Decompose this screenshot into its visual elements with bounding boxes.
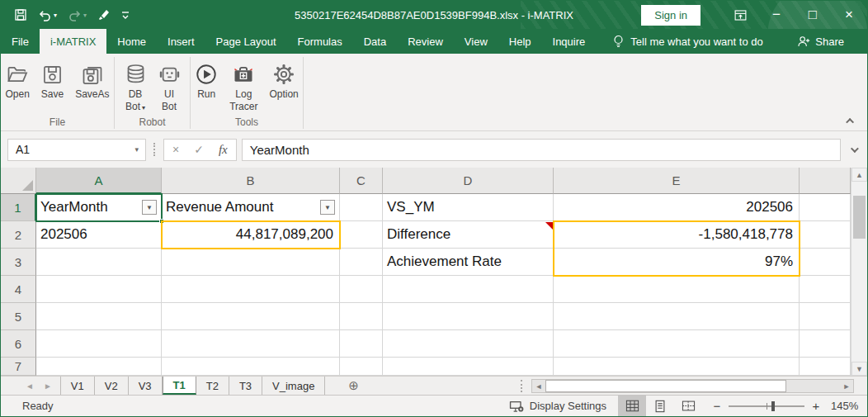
sheet-nav-right-icon[interactable]: ► [44,381,52,391]
cell-D4[interactable] [383,276,554,303]
tab-inquire[interactable]: Inquire [542,29,597,54]
new-sheet-button[interactable]: ⊕ [337,377,370,395]
tab-help[interactable]: Help [498,29,542,54]
cell-F3[interactable] [800,249,851,276]
cell-D6[interactable] [383,330,554,358]
column-header-E[interactable]: E [554,168,800,194]
select-all-corner[interactable] [1,168,36,194]
cell-C2[interactable] [340,221,383,249]
close-button[interactable]: × [831,1,867,29]
cell-D1[interactable]: VS_YM [383,194,554,221]
tab-page-layout[interactable]: Page Layout [205,29,287,54]
column-header-F-partial[interactable] [800,168,851,194]
undo-button[interactable]: ▾ [35,7,60,24]
sheet-tab-t2[interactable]: T2 [196,377,229,395]
page-break-preview-button[interactable] [674,396,702,416]
cell-E6[interactable] [554,330,800,358]
cell-B4[interactable] [162,276,340,303]
tab-insert[interactable]: Insert [157,29,205,54]
tab-data[interactable]: Data [353,29,397,54]
ribbon-display-options-icon[interactable] [722,1,758,29]
column-header-B[interactable]: B [162,168,340,194]
customize-qat-icon[interactable] [118,7,133,22]
cell-F1[interactable] [800,194,851,221]
cancel-entry-icon[interactable]: × [172,143,179,156]
row-header-3[interactable]: 3 [1,249,36,276]
log-tracer-button[interactable]: Log Tracer [224,58,262,116]
cell-A4[interactable] [36,276,162,303]
filter-dropdown-icon[interactable]: ▼ [320,200,335,215]
expand-formula-bar-button[interactable] [846,147,861,153]
cell-F6[interactable] [800,330,851,358]
name-box-dropdown-icon[interactable]: ▾ [134,145,139,154]
undo-dropdown-icon[interactable]: ▾ [54,12,57,19]
quick-save-icon[interactable] [11,6,31,24]
column-header-D[interactable]: D [383,168,554,194]
cell-F2[interactable] [800,221,851,249]
cell-F5[interactable] [800,303,851,330]
horizontal-scrollbar-thumb[interactable] [545,380,786,392]
cell-E5[interactable] [554,303,800,330]
zoom-slider[interactable] [729,400,804,412]
cell-A5[interactable] [36,303,162,330]
redo-button[interactable]: ▾ [64,7,90,24]
tab-file[interactable]: File [1,29,40,54]
cell-C5[interactable] [340,303,383,330]
confirm-entry-icon[interactable]: ✓ [194,143,204,156]
zoom-level[interactable]: 145% [831,400,867,412]
cell-A2[interactable]: 202506 [36,221,162,249]
row-header-4[interactable]: 4 [1,276,36,303]
cell-C7[interactable] [340,358,383,376]
filter-dropdown-icon[interactable]: ▼ [142,200,157,215]
row-header-7[interactable]: 7 [1,358,36,376]
sheet-tab-v1[interactable]: V1 [60,377,95,395]
cell-B7[interactable] [162,358,340,376]
row-header-1[interactable]: 1 [1,194,36,221]
scroll-left-icon[interactable]: ◄ [532,380,545,392]
tab-home[interactable]: Home [106,29,157,54]
cell-B3[interactable] [162,249,340,276]
saveas-button[interactable]: SaveAs [70,58,114,103]
cell-A3[interactable] [36,249,162,276]
cell-E1[interactable]: 202506 [554,194,800,221]
fill-handle[interactable] [159,219,164,224]
run-button[interactable]: Run [190,58,223,103]
row-header-6[interactable]: 6 [1,330,36,358]
cell-E3[interactable]: 97% [554,249,800,276]
cell-B2[interactable]: 44,817,089,200 [162,221,340,249]
sheet-tab-t3[interactable]: T3 [229,377,262,395]
tab-formulas[interactable]: Formulas [287,29,353,54]
vertical-scrollbar-thumb[interactable] [853,196,866,239]
scroll-down-icon[interactable]: ▼ [851,362,867,376]
column-header-A[interactable]: A [36,168,162,194]
cell-C3[interactable] [340,249,383,276]
cell-A7[interactable] [36,358,162,376]
cell-D3[interactable]: Achievement Rate [383,249,554,276]
format-painter-icon[interactable] [94,6,114,24]
cell-D7[interactable] [383,358,554,376]
vertical-scrollbar[interactable]: ▲ ▼ [851,168,867,376]
scroll-right-icon[interactable]: ► [840,380,853,392]
cell-E2[interactable]: -1,580,418,778 [554,221,800,249]
scroll-up-icon[interactable]: ▲ [851,168,867,182]
row-header-2[interactable]: 2 [1,221,36,249]
share-button[interactable]: Share [796,29,844,54]
sign-in-button[interactable]: Sign in [641,5,701,26]
sheet-tab-t1[interactable]: T1 [163,377,196,395]
collapse-ribbon-button[interactable] [844,116,857,126]
page-layout-view-button[interactable] [646,396,674,416]
zoom-slider-thumb[interactable] [771,401,775,411]
maximize-button[interactable]: □ [795,1,831,29]
insert-function-icon[interactable]: fx [219,143,228,157]
tab-i-matrix[interactable]: i-MATRIX [40,29,106,54]
cell-B5[interactable] [162,303,340,330]
tab-view[interactable]: View [454,29,498,54]
cell-B1[interactable]: Revenue Amount▼ [162,194,340,221]
tell-me-box[interactable]: Tell me what you want to do [612,29,762,54]
row-header-5[interactable]: 5 [1,303,36,330]
cell-B6[interactable] [162,330,340,358]
cell-C4[interactable] [340,276,383,303]
cell-D5[interactable] [383,303,554,330]
name-box[interactable]: A1 ▾ [7,139,146,161]
cell-C1[interactable] [340,194,383,221]
